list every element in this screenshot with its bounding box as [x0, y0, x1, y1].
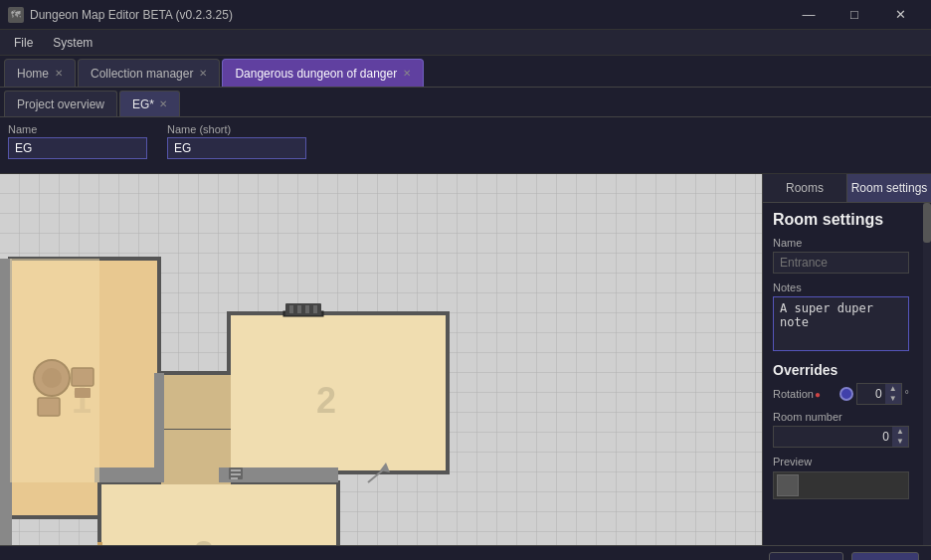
right-tab-room-settings[interactable]: Room settings	[847, 174, 931, 202]
rotation-decrement[interactable]: ▼	[885, 394, 901, 404]
room3-floor	[99, 482, 338, 545]
right-scrollbar[interactable]	[923, 203, 931, 545]
room-number-label: Room number	[773, 411, 909, 423]
svg-rect-33	[305, 305, 309, 313]
app-title: Dungeon Map Editor BETA (v0.2.3.25)	[30, 8, 786, 22]
svg-rect-18	[94, 467, 164, 482]
right-tab-rooms[interactable]: Rooms	[763, 174, 847, 202]
rotation-required: ●	[815, 389, 821, 400]
room-name-input[interactable]	[773, 252, 909, 274]
svg-rect-32	[297, 305, 301, 313]
tab-project-overview-label: Project overview	[17, 97, 104, 111]
svg-rect-42	[10, 259, 99, 482]
tab-eg-close[interactable]: ✕	[159, 98, 167, 109]
svg-text:3: 3	[194, 534, 214, 545]
svg-text:2: 2	[316, 380, 336, 421]
preview-label: Preview	[773, 456, 909, 467]
rotation-indicator[interactable]	[839, 387, 853, 401]
tab-eg[interactable]: EG* ✕	[119, 91, 180, 116]
right-panel-content: Room settings Name Notes A super duper n…	[763, 203, 931, 545]
tab-dangerous-dungeon[interactable]: Dangerous dungeon of danger ✕	[222, 59, 424, 87]
minimize-button[interactable]: —	[786, 0, 832, 30]
svg-rect-17	[154, 373, 164, 472]
tab-project-overview[interactable]: Project overview	[4, 91, 117, 116]
tab-collection-manager-label: Collection manager	[91, 67, 193, 81]
menu-file[interactable]: File	[4, 33, 43, 53]
rotation-deg: °	[905, 388, 909, 400]
map-canvas[interactable]: 1 2 3	[0, 174, 762, 545]
tab-bar-1: Home ✕ Collection manager ✕ Dangerous du…	[0, 56, 931, 88]
svg-rect-20	[0, 257, 756, 262]
notes-textarea[interactable]: A super duper note	[773, 296, 909, 351]
room-number-increment[interactable]: ▲	[892, 427, 908, 437]
svg-rect-2	[8, 515, 97, 519]
room-number-spinbox: ▲ ▼	[773, 426, 909, 448]
export-button[interactable]: Export	[769, 552, 844, 560]
svg-rect-13	[336, 480, 340, 545]
tab-collection-manager-close[interactable]: ✕	[199, 68, 207, 79]
name-short-label: Name (short)	[167, 123, 306, 135]
tab-collection-manager[interactable]: Collection manager ✕	[78, 59, 220, 87]
svg-rect-34	[313, 305, 317, 313]
close-button[interactable]: ✕	[877, 0, 923, 30]
rotation-label: Rotation	[773, 388, 814, 400]
preview-box	[773, 471, 909, 499]
svg-rect-8	[161, 371, 231, 375]
right-panel-tabs: Rooms Room settings	[763, 174, 931, 203]
tab-eg-label: EG*	[132, 97, 154, 111]
name-label: Name	[8, 123, 147, 135]
svg-rect-31	[289, 305, 293, 313]
rotation-value[interactable]: 0	[857, 386, 885, 402]
menu-system[interactable]: System	[43, 33, 102, 53]
notes-label: Notes	[773, 281, 909, 293]
room-name-label: Name	[773, 237, 909, 249]
right-panel: Rooms Room settings Room settings Name N…	[762, 174, 931, 545]
room-settings-title: Room settings	[773, 211, 909, 229]
right-tab-room-settings-label: Room settings	[851, 181, 928, 195]
window-controls: — □ ✕	[786, 0, 923, 30]
corridor-floor	[161, 373, 231, 433]
rotation-spin-buttons: ▲ ▼	[885, 384, 901, 404]
right-tab-rooms-label: Rooms	[786, 181, 824, 195]
svg-rect-41	[97, 542, 102, 545]
save-button[interactable]: Save	[851, 552, 919, 560]
room2-floor	[229, 313, 448, 472]
map-area[interactable]: 1 2 3	[0, 174, 762, 545]
menubar: File System	[0, 30, 931, 56]
svg-rect-4	[227, 311, 450, 315]
name-short-input[interactable]	[167, 137, 306, 159]
right-scrollbar-thumb	[923, 203, 931, 243]
main-area: 1 2 3	[0, 174, 931, 545]
name-field: Name	[8, 123, 147, 167]
room-number-decrement[interactable]: ▼	[892, 437, 908, 447]
room-number-spin-buttons: ▲ ▼	[892, 427, 908, 447]
tab-home-label: Home	[17, 67, 49, 81]
room-number-row: ▲ ▼	[773, 426, 909, 448]
name-short-field: Name (short)	[167, 123, 306, 167]
svg-rect-38	[231, 477, 238, 479]
svg-rect-36	[231, 469, 241, 471]
rotation-spinbox: 0 ▲ ▼	[856, 383, 902, 405]
tab-home[interactable]: Home ✕	[4, 59, 76, 87]
rotation-increment[interactable]: ▲	[885, 384, 901, 394]
rotation-row: Rotation ● 0 ▲ ▼ °	[773, 383, 909, 405]
name-bar: Name Name (short)	[0, 117, 931, 174]
titlebar: 🗺 Dungeon Map Editor BETA (v0.2.3.25) — …	[0, 0, 931, 30]
dungeon-svg: 1 2 3	[0, 174, 762, 545]
tab-bar-2: Project overview EG* ✕	[0, 88, 931, 117]
tab-dangerous-dungeon-close[interactable]: ✕	[403, 68, 411, 79]
svg-rect-11	[97, 480, 101, 545]
maximize-button[interactable]: □	[832, 0, 877, 30]
preview-thumbnail	[777, 474, 799, 496]
svg-rect-37	[231, 473, 241, 475]
tab-home-close[interactable]: ✕	[55, 68, 63, 79]
tab-dangerous-dungeon-label: Dangerous dungeon of danger	[235, 67, 397, 81]
room-number-value[interactable]	[774, 429, 892, 445]
svg-rect-7	[446, 311, 450, 474]
app-icon: 🗺	[8, 7, 24, 23]
overrides-label: Overrides	[773, 362, 909, 378]
name-input[interactable]	[8, 137, 147, 159]
bottom-bar: Export Save	[0, 545, 931, 560]
